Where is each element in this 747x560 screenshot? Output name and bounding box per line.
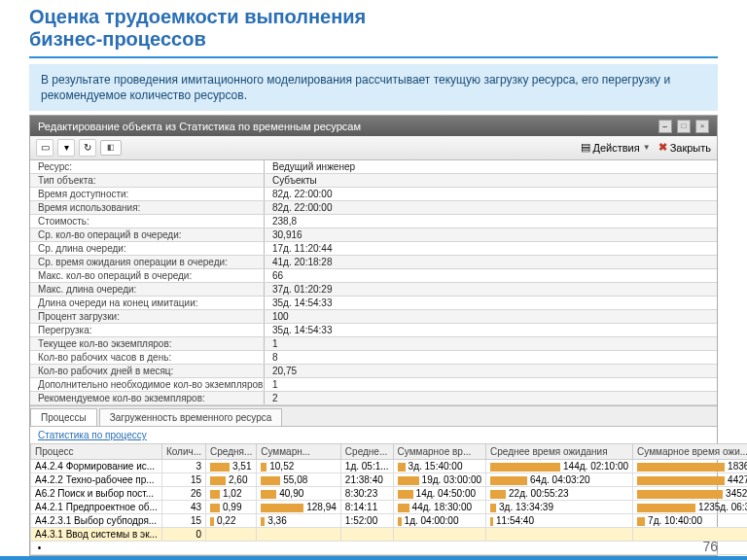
property-label: Длина очереди на конец имитации: <box>30 297 265 309</box>
table-cell: 14д. 04:50:00 <box>393 486 485 500</box>
property-value[interactable]: 35д. 14:54:33 <box>265 324 717 336</box>
table-cell: 44д. 18:30:00 <box>393 500 485 513</box>
property-value[interactable]: 82д. 22:00:00 <box>265 201 717 214</box>
title-line-2: бизнес-процессов <box>29 28 206 50</box>
table-cell <box>393 527 485 541</box>
property-value[interactable]: Ведущий инженер <box>265 160 717 173</box>
table-cell: 21:38:40 <box>340 472 393 486</box>
table-cell: 15 <box>161 513 205 527</box>
col-sumt[interactable]: Суммарное вр... <box>393 443 485 459</box>
property-value[interactable]: 66 <box>265 269 717 282</box>
table-row[interactable]: A4.3.1 Ввод системы в эк...0 <box>31 527 748 541</box>
table-cell: 3452д. 18:50:00 <box>633 486 747 500</box>
refresh-icon[interactable]: ↻ <box>79 139 96 157</box>
property-row: Ресурс:Ведущий инженер <box>30 160 717 174</box>
document-icon[interactable]: ▭ <box>36 139 53 157</box>
close-button[interactable]: ✖ Закрыть <box>658 141 711 154</box>
property-value[interactable]: 8 <box>265 351 717 364</box>
property-row: Ср. время ожидания операции в очереди:41… <box>30 256 717 269</box>
table-cell <box>340 527 393 541</box>
table-cell: A6.2 Поиск и выбор пост... <box>31 486 162 500</box>
table-row[interactable]: A6.2 Поиск и выбор пост...261,0240,908:3… <box>31 486 748 500</box>
table-cell: A4.3.1 Ввод системы в эк... <box>31 527 162 541</box>
property-value[interactable]: 1 <box>265 337 717 350</box>
table-cell: 10,52 <box>257 459 341 472</box>
col-sumw[interactable]: Суммарное время ожи... <box>633 443 747 459</box>
property-row: Длина очереди на конец имитации:35д. 14:… <box>30 297 717 310</box>
property-row: Кол-во рабочих часов в день:8 <box>30 351 717 365</box>
table-row[interactable]: A4.2.3.1 Выбор субподря...150,223,361:52… <box>31 513 748 527</box>
table-row[interactable]: A4.2.1 Предпроектное об...430,99128,948:… <box>31 500 748 513</box>
window-controls: ‒ □ × <box>657 119 709 133</box>
tab-resource-load[interactable]: Загруженность временного ресурса <box>99 408 283 426</box>
property-label: Дополнительно необходимое кол-во экземпл… <box>30 378 265 391</box>
stats-link[interactable]: Статистика по процессу <box>30 427 155 443</box>
table-cell: 1:52:00 <box>340 513 393 527</box>
property-value[interactable]: 17д. 11:20:44 <box>265 242 717 255</box>
property-label: Ср. длина очереди: <box>30 242 265 255</box>
toolbar: ▭ ▾ ↻ ◧ ▤ Действия ▼ ✖ Закрыть <box>30 136 717 160</box>
property-row: Перегрузка:35д. 14:54:33 <box>30 324 717 337</box>
table-cell: 15 <box>161 472 205 486</box>
title-separator <box>29 56 718 58</box>
col-sum[interactable]: Суммарн... <box>257 443 341 459</box>
table-cell: 8:14:11 <box>340 500 393 513</box>
table-cell: 3д. 15:40:00 <box>393 459 485 472</box>
property-row: Текущее кол-во экземпляров:1 <box>30 337 717 351</box>
save-icon[interactable]: ▾ <box>57 139 75 157</box>
property-label: Текущее кол-во экземпляров: <box>30 337 265 350</box>
property-row: Кол-во рабочих дней в месяц:20,75 <box>30 365 717 378</box>
property-value[interactable]: 37д. 01:20:29 <box>265 283 717 296</box>
table-cell <box>486 527 633 541</box>
table-cell: A4.2.3.1 Выбор субподря... <box>31 513 162 527</box>
col-avg[interactable]: Средня... <box>206 443 257 459</box>
col-process[interactable]: Процесс <box>31 443 162 459</box>
property-label: Макс. длина очереди: <box>30 283 265 296</box>
table-cell: 3,51 <box>206 459 257 472</box>
property-value[interactable]: Субъекты <box>265 174 717 187</box>
table-cell: 0 <box>161 527 205 541</box>
col-avgt[interactable]: Средне... <box>340 443 393 459</box>
col-avgw[interactable]: Среднее время ожидания <box>486 443 633 459</box>
maximize-icon[interactable]: □ <box>677 120 691 133</box>
table-row: • <box>31 541 748 554</box>
table-row[interactable]: A4.2.4 Формирование ис...33,5110,521д. 0… <box>31 459 748 472</box>
close-x-icon: ✖ <box>658 141 667 154</box>
app-window: Редактирование объекта из Статистика по … <box>29 115 718 556</box>
property-label: Перегрузка: <box>30 324 265 336</box>
actions-menu[interactable]: ▤ Действия ▼ <box>581 141 651 154</box>
property-row: Макс. длина очереди:37д. 01:20:29 <box>30 283 717 297</box>
table-cell: 1д. 05:1... <box>340 459 393 472</box>
property-value[interactable]: 82д. 22:00:00 <box>265 188 717 200</box>
property-row: Дополнительно необходимое кол-во экземпл… <box>30 378 717 392</box>
property-value[interactable]: 20,75 <box>265 365 717 377</box>
property-value[interactable]: 30,916 <box>265 228 717 241</box>
table-cell: 128,94 <box>257 500 341 513</box>
table-cell: 64д. 04:03:20 <box>486 472 633 486</box>
property-value[interactable]: 2 <box>265 392 717 404</box>
table-header-row: Процесс Колич... Средня... Суммарн... Ср… <box>31 443 748 459</box>
property-label: Рекомендуемое кол-во экземпляров: <box>30 392 265 404</box>
property-row: Макс. кол-во операций в очереди:66 <box>30 269 717 283</box>
label-toggle-button[interactable]: ◧ <box>100 140 122 156</box>
minimize-icon[interactable]: ‒ <box>658 120 672 133</box>
property-value[interactable]: 35д. 14:54:33 <box>265 297 717 309</box>
property-value[interactable]: 41д. 20:18:28 <box>265 256 717 268</box>
property-row: Ср. кол-во операций в очереди:30,916 <box>30 228 717 242</box>
table-cell: 1д. 04:00:00 <box>393 513 485 527</box>
property-value[interactable]: 238,8 <box>265 215 717 228</box>
process-table: Процесс Колич... Средня... Суммарн... Ср… <box>30 443 747 555</box>
property-row: Тип объекта:Субъекты <box>30 174 717 188</box>
table-cell: 3д. 13:34:39 <box>486 500 633 513</box>
table-cell: 0,22 <box>206 513 257 527</box>
col-qty[interactable]: Колич... <box>161 443 205 459</box>
property-value[interactable]: 100 <box>265 310 717 323</box>
property-value[interactable]: 1 <box>265 378 717 391</box>
close-icon[interactable]: × <box>695 120 709 133</box>
tab-processes[interactable]: Процессы <box>30 408 97 426</box>
info-box: В результате проведения имитационного мо… <box>29 64 718 111</box>
table-row[interactable]: A4.2.2 Техно-рабочее пр...152,6055,0821:… <box>31 472 748 486</box>
property-label: Кол-во рабочих дней в месяц: <box>30 365 265 377</box>
table-footer-cell: • <box>31 541 748 554</box>
property-grid: Ресурс:Ведущий инженерТип объекта:Субъек… <box>30 160 717 405</box>
